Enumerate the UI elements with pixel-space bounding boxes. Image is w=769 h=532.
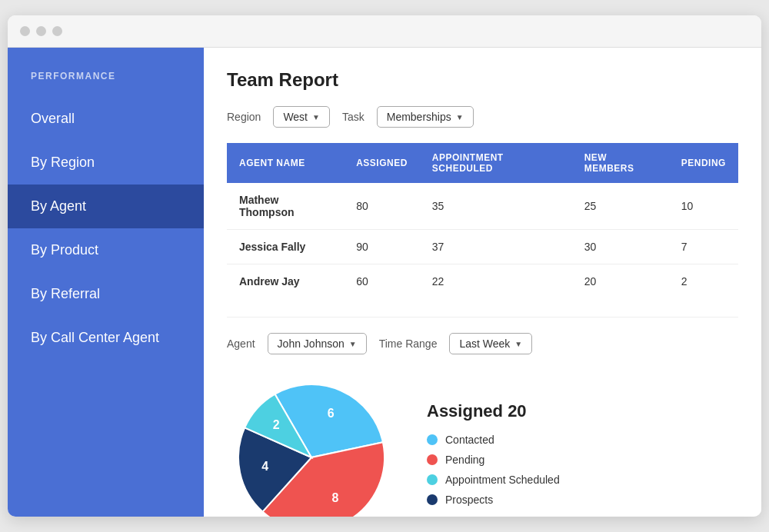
sidebar-item-by-product-label: By Product (31, 242, 98, 258)
sidebar: PERFORMANCE Overall By Region By Agent B… (8, 48, 204, 517)
col-pending: PENDING (669, 143, 738, 183)
legend-dot (427, 434, 438, 445)
col-assigned: ASSIGNED (344, 143, 420, 183)
sidebar-item-overall[interactable]: Overall (8, 97, 204, 141)
legend-dot (427, 474, 438, 485)
pie-label: 8 (331, 491, 338, 504)
title-bar (8, 15, 761, 48)
region-dropdown[interactable]: West ▼ (273, 106, 330, 128)
pie-chart-container: 6842 (227, 373, 396, 517)
app-body: PERFORMANCE Overall By Region By Agent B… (8, 48, 761, 517)
agent-dropdown-arrow: ▼ (349, 340, 357, 348)
table-row: Jessica Fally 90 37 30 7 (227, 230, 738, 264)
sidebar-item-by-referral-label: By Referral (31, 286, 100, 301)
table-row: Andrew Jay 60 22 20 2 (227, 264, 738, 299)
region-value: West (283, 111, 308, 123)
cell-assigned: 90 (344, 230, 420, 264)
sidebar-item-by-product[interactable]: By Product (8, 228, 204, 272)
col-appointment-scheduled: APPOINTMENT SCHEDULED (420, 143, 572, 183)
legend-label: Pending (445, 454, 484, 466)
legend-label: Contacted (445, 434, 494, 446)
agent-filters-row: Agent John Johnson ▼ Time Range Last Wee… (227, 333, 738, 354)
main-content: Team Report Region West ▼ Task Membershi… (204, 48, 761, 517)
pie-label: 6 (328, 407, 335, 420)
sidebar-item-by-region-label: By Region (31, 155, 95, 170)
time-range-value: Last Week (459, 337, 510, 350)
window-dot-1 (20, 26, 30, 36)
cell-new-members: 25 (572, 183, 669, 230)
time-range-label: Time Range (379, 337, 438, 350)
cell-appointment-scheduled: 35 (420, 183, 572, 230)
sidebar-item-by-agent[interactable]: By Agent (8, 185, 204, 228)
cell-assigned: 60 (344, 264, 420, 299)
sidebar-item-by-call-center-agent[interactable]: By Call Center Agent (8, 316, 204, 360)
chart-title: Assigned 20 (427, 401, 738, 421)
task-label: Task (342, 111, 365, 123)
cell-agent-name: Jessica Fally (227, 230, 344, 264)
col-agent-name: AGENT NAME (227, 143, 344, 183)
cell-appointment-scheduled: 37 (420, 230, 572, 264)
legend-item: Pending (427, 454, 738, 466)
table-row: Mathew Thompson 80 35 25 10 (227, 183, 738, 230)
window-dot-3 (52, 26, 62, 36)
page-title: Team Report (227, 69, 738, 91)
col-new-members: NEW MEMBERS (572, 143, 669, 183)
legend-label: Prospects (445, 494, 493, 506)
legend-item: Contacted (427, 434, 738, 446)
legend-dot (427, 494, 438, 505)
time-range-dropdown[interactable]: Last Week ▼ (449, 333, 532, 354)
filters-row: Region West ▼ Task Memberships ▼ (227, 106, 738, 128)
agent-detail-body: 6842 Assigned 20 Contacted Pending Appoi… (227, 373, 738, 517)
sidebar-item-by-call-center-agent-label: By Call Center Agent (31, 330, 159, 345)
cell-new-members: 20 (572, 264, 669, 299)
window-dot-2 (36, 26, 46, 36)
task-dropdown[interactable]: Memberships ▼ (377, 106, 474, 128)
sidebar-section-label: PERFORMANCE (8, 71, 204, 97)
cell-agent-name: Mathew Thompson (227, 183, 344, 230)
legend-item: Appointment Scheduled (427, 474, 738, 486)
region-label: Region (227, 111, 261, 123)
agent-value: John Johnson (278, 337, 345, 350)
table-header-row: AGENT NAME ASSIGNED APPOINTMENT SCHEDULE… (227, 143, 738, 183)
task-value: Memberships (387, 111, 451, 123)
sidebar-item-by-referral[interactable]: By Referral (8, 272, 204, 316)
sidebar-item-by-region[interactable]: By Region (8, 141, 204, 185)
cell-new-members: 30 (572, 230, 669, 264)
legend-item: Prospects (427, 494, 738, 506)
sidebar-item-by-agent-label: By Agent (31, 198, 86, 214)
cell-pending: 7 (669, 230, 738, 264)
chart-legend: Assigned 20 Contacted Pending Appointmen… (427, 401, 738, 514)
agent-filter-label: Agent (227, 337, 255, 350)
agent-dropdown[interactable]: John Johnson ▼ (268, 333, 367, 354)
pie-chart-svg: 6842 (227, 373, 396, 517)
legend-label: Appointment Scheduled (445, 474, 560, 486)
pie-label: 2 (273, 418, 280, 431)
report-table: AGENT NAME ASSIGNED APPOINTMENT SCHEDULE… (227, 143, 738, 298)
sidebar-item-overall-label: Overall (31, 111, 75, 126)
section-divider (227, 317, 738, 318)
legend-items: Contacted Pending Appointment Scheduled … (427, 434, 738, 506)
cell-assigned: 80 (344, 183, 420, 230)
app-window: PERFORMANCE Overall By Region By Agent B… (8, 15, 761, 517)
cell-pending: 10 (669, 183, 738, 230)
cell-appointment-scheduled: 22 (420, 264, 572, 299)
task-dropdown-arrow: ▼ (456, 113, 464, 121)
legend-dot (427, 454, 438, 465)
cell-agent-name: Andrew Jay (227, 264, 344, 299)
cell-pending: 2 (669, 264, 738, 299)
table-body: Mathew Thompson 80 35 25 10 Jessica Fall… (227, 183, 738, 298)
pie-label: 4 (261, 460, 268, 473)
time-range-dropdown-arrow: ▼ (514, 340, 522, 348)
region-dropdown-arrow: ▼ (312, 113, 320, 121)
